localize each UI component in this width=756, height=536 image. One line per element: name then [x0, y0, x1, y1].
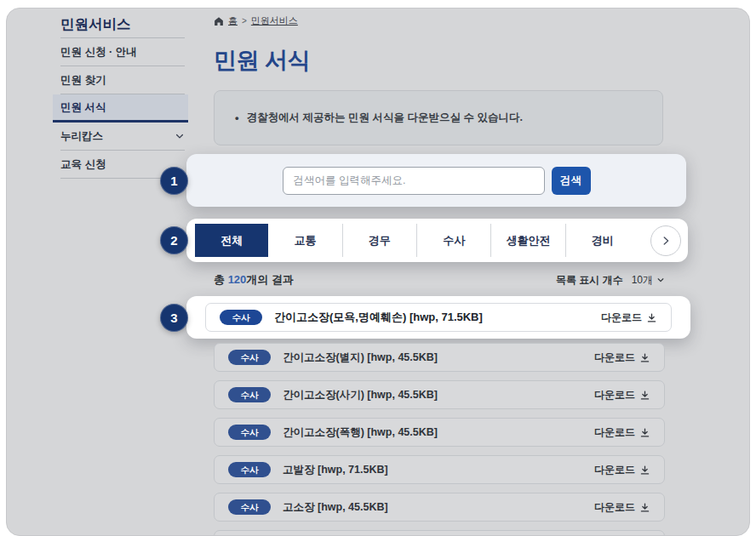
download-button[interactable]: 다운로드 [601, 311, 657, 325]
form-row[interactable]: 수사 간이고소장(모욕,명예훼손) [hwp, 71.5KB] 다운로드 [205, 303, 672, 332]
tab-life-safety[interactable]: 생활안전 [490, 224, 564, 257]
form-title: 간이고소장(사기) [hwp, 45.5KB] [283, 388, 582, 402]
category-tabs-panel: 전체 교통 경무 수사 생활안전 경비 [186, 219, 688, 262]
download-label: 다운로드 [601, 311, 642, 325]
category-badge: 수사 [228, 425, 271, 440]
download-label: 다운로드 [594, 500, 635, 515]
download-button[interactable]: 다운로드 [594, 500, 650, 515]
category-tabs: 전체 교통 경무 수사 생활안전 경비 [195, 224, 639, 257]
category-badge: 수사 [228, 462, 271, 477]
download-icon [639, 502, 650, 513]
annotation-step-3: 3 [160, 304, 188, 332]
form-row[interactable]: 수사 고발장 [hwp, 71.5KB] 다운로드 [214, 455, 665, 484]
results-count-number: 120 [228, 273, 247, 286]
download-label: 다운로드 [594, 388, 635, 402]
download-icon [639, 352, 650, 363]
download-label: 다운로드 [594, 463, 635, 477]
download-button[interactable]: 다운로드 [594, 425, 650, 440]
download-button[interactable]: 다운로드 [594, 463, 650, 477]
breadcrumb-current-link[interactable]: 민원서비스 [251, 14, 298, 27]
download-icon [639, 427, 650, 438]
download-icon [646, 312, 657, 323]
download-button[interactable]: 다운로드 [594, 351, 650, 365]
form-row[interactable]: 수사 간이고소장(사기) [hwp, 45.5KB] 다운로드 [214, 380, 665, 409]
sidebar-item-label: 민원 신청 · 안내 [60, 45, 137, 60]
category-badge: 수사 [228, 350, 271, 365]
breadcrumb-separator: > [242, 16, 247, 26]
form-row-partial [214, 530, 665, 536]
form-row[interactable]: 수사 간이고소장(폭행) [hwp, 45.5KB] 다운로드 [214, 418, 665, 447]
sidebar: 민원서비스 민원 신청 · 안내 민원 찾기 민원 서식 누리캅스 교육 신청 [60, 12, 185, 179]
results-meta: 총 120개의 결과 목록 표시 개수 10개 [214, 271, 665, 288]
sidebar-item-label: 민원 찾기 [60, 73, 106, 88]
download-icon [639, 390, 650, 401]
download-button[interactable]: 다운로드 [594, 388, 650, 402]
per-page-label: 목록 표시 개수 [556, 273, 623, 288]
per-page-control: 목록 표시 개수 10개 [556, 273, 665, 288]
download-icon [639, 465, 650, 476]
notice-bullet: • [235, 112, 239, 123]
sidebar-item-complaint-find[interactable]: 민원 찾기 [60, 66, 185, 94]
form-title: 간이고소장(모욕,명예훼손) [hwp, 71.5KB] [274, 310, 589, 325]
results-count-suffix: 개의 결과 [246, 273, 294, 286]
page: 민원서비스 민원 신청 · 안내 민원 찾기 민원 서식 누리캅스 교육 신청 [0, 0, 756, 536]
annotation-step-1: 1 [160, 167, 188, 195]
tabs-next-button[interactable] [650, 225, 681, 256]
search-panel: 검색 [186, 154, 686, 207]
breadcrumb: 홈 > 민원서비스 [214, 14, 298, 27]
tab-security[interactable]: 경비 [565, 224, 639, 257]
chevron-right-icon [660, 235, 672, 247]
form-row[interactable]: 수사 고소장 [hwp, 45.5KB] 다운로드 [214, 493, 665, 522]
per-page-select[interactable]: 10개 [632, 273, 665, 288]
sidebar-item-label: 누리캅스 [60, 129, 103, 144]
notice-box: • 경찰청에서 제공하는 민원 서식을 다운받으실 수 있습니다. [214, 90, 663, 145]
sidebar-item-nuricops[interactable]: 누리캅스 [60, 123, 185, 151]
form-list: 수사 간이고소장(별지) [hwp, 45.5KB] 다운로드 수사 간이고소장… [214, 343, 665, 536]
page-title: 민원 서식 [214, 45, 310, 76]
sidebar-item-label: 교육 신청 [60, 157, 106, 172]
form-title: 간이고소장(별지) [hwp, 45.5KB] [283, 351, 582, 365]
form-title: 간이고소장(폭행) [hwp, 45.5KB] [283, 425, 582, 440]
notice-text: 경찰청에서 제공하는 민원 서식을 다운받으실 수 있습니다. [247, 111, 523, 125]
annotation-step-2: 2 [160, 226, 188, 254]
breadcrumb-home-link[interactable]: 홈 [228, 14, 238, 27]
sidebar-item-label: 민원 서식 [60, 100, 106, 115]
category-badge: 수사 [228, 499, 271, 515]
sidebar-item-complaint-apply[interactable]: 민원 신청 · 안내 [60, 38, 185, 66]
sidebar-title: 민원서비스 [60, 12, 185, 38]
download-label: 다운로드 [594, 351, 635, 365]
download-label: 다운로드 [594, 425, 635, 440]
tab-admin[interactable]: 경무 [342, 224, 416, 257]
form-title: 고발장 [hwp, 71.5KB] [283, 463, 582, 477]
tab-all[interactable]: 전체 [195, 224, 268, 257]
search-button[interactable]: 검색 [552, 167, 591, 195]
results-count-prefix: 총 [214, 273, 228, 286]
category-badge: 수사 [228, 387, 271, 402]
search-input[interactable] [283, 167, 545, 195]
form-row[interactable]: 수사 간이고소장(별지) [hwp, 45.5KB] 다운로드 [214, 343, 665, 372]
form-title: 고소장 [hwp, 45.5KB] [283, 500, 582, 515]
per-page-value: 10개 [632, 273, 653, 288]
home-icon [214, 16, 224, 26]
category-badge: 수사 [220, 310, 262, 325]
highlighted-item-panel: 수사 간이고소장(모욕,명예훼손) [hwp, 71.5KB] 다운로드 [186, 296, 690, 339]
chevron-down-icon [175, 131, 185, 141]
results-count: 총 120개의 결과 [214, 272, 294, 288]
app-window: 민원서비스 민원 신청 · 안내 민원 찾기 민원 서식 누리캅스 교육 신청 [6, 8, 750, 536]
sidebar-item-complaint-forms[interactable]: 민원 서식 [53, 94, 188, 123]
chevron-down-icon [656, 276, 665, 284]
tab-traffic[interactable]: 교통 [268, 224, 341, 257]
tab-investigation[interactable]: 수사 [416, 224, 490, 257]
